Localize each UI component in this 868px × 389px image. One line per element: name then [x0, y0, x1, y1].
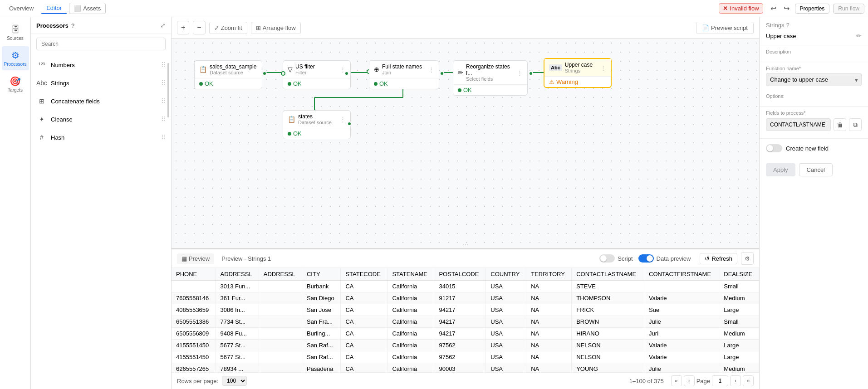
field-select[interactable]: CONTACTLASTNAME CONTACTFIRSTNAME STATENA…: [766, 118, 831, 131]
scroll-bar[interactable]: [167, 63, 169, 117]
page-last-button[interactable]: »: [743, 375, 754, 386]
sidebar-item-sources[interactable]: 🗄 Sources: [2, 21, 29, 44]
connector-reorg-out[interactable]: [529, 71, 533, 76]
create-new-field-row[interactable]: Create new field: [766, 142, 862, 154]
col-statename: STATENAME: [387, 268, 434, 281]
canvas-grid[interactable]: 📋 sales_data_sample Dataset source ⋮ OK: [172, 39, 759, 248]
properties-button[interactable]: Properties: [795, 4, 830, 14]
run-flow-button[interactable]: Run flow: [833, 4, 864, 14]
table-row: 3013 Fun...BurbankCACalifornia34015USANA…: [172, 281, 759, 292]
panel-header: Processors ? ⤢: [31, 17, 171, 34]
preview-tab[interactable]: ▦ Preview: [177, 253, 214, 264]
processor-cleanse[interactable]: ✦ Cleanse ⠿: [31, 110, 171, 128]
node-upper-warning-icon: ⚠: [549, 78, 554, 85]
zoom-fit-button[interactable]: ⤢ Zoom fit: [209, 22, 247, 34]
data-table-wrap[interactable]: PHONE ADDRESSL ADDRESSL CITY STATECODE S…: [172, 268, 759, 372]
sidebar-item-processors[interactable]: ⚙ Processors: [2, 46, 29, 70]
refresh-button[interactable]: ↺ Refresh: [700, 253, 737, 264]
processor-strings[interactable]: Abc Strings ⠿: [31, 74, 171, 92]
function-name-select[interactable]: Change to upper case Change to lower cas…: [766, 73, 862, 86]
processors-icon: ⚙: [11, 50, 20, 61]
strings-drag-icon[interactable]: ⠿: [161, 79, 166, 87]
node-reorg-menu[interactable]: ⋮: [517, 69, 523, 76]
rows-per-page-select[interactable]: 100 50 25: [222, 376, 247, 386]
rp-options-section: Options:: [760, 92, 868, 104]
pagination-info: 1–100 of 375: [629, 378, 664, 384]
tab-overview[interactable]: Overview: [4, 3, 39, 14]
field-delete-button[interactable]: 🗑: [834, 118, 846, 131]
preview-script-button[interactable]: 📄 Preview script: [696, 22, 754, 34]
tab-editor[interactable]: Editor: [41, 3, 67, 14]
pagination: Rows per page: 100 50 25 1–100 of 375 « …: [172, 372, 759, 389]
settings-button[interactable]: ⚙: [741, 252, 754, 265]
undo-button[interactable]: ↩: [769, 3, 778, 14]
sidebar-item-targets[interactable]: 🎯 Targets: [2, 72, 29, 96]
edit-title-icon[interactable]: ✏: [856, 32, 862, 39]
apply-button[interactable]: Apply: [766, 163, 795, 176]
strings-section-label: Strings: [766, 22, 784, 29]
numbers-drag-icon[interactable]: ⠿: [161, 61, 166, 68]
script-toggle[interactable]: Script: [599, 254, 633, 263]
arrange-flow-button[interactable]: ⊞ Arrange flow: [251, 22, 301, 34]
connector-sales-out[interactable]: [262, 71, 267, 76]
table-cell: 4085553659: [172, 304, 216, 316]
node-us-filter[interactable]: ▽ US filter Filter ⋮ OK: [283, 60, 351, 89]
node-states-title: states: [298, 113, 332, 120]
table-cell: Small: [719, 281, 759, 292]
page-input[interactable]: [712, 375, 728, 386]
strings-help-icon[interactable]: ?: [786, 22, 789, 29]
processor-hash[interactable]: # Hash ⠿: [31, 128, 171, 146]
rp-function-name-section: Function name* Change to upper case Chan…: [760, 64, 868, 92]
zoom-out-button[interactable]: −: [193, 21, 205, 34]
node-sales[interactable]: 📋 sales_data_sample Dataset source ⋮ OK: [194, 60, 262, 89]
cancel-button[interactable]: Cancel: [799, 163, 833, 176]
node-sales-status-text: OK: [205, 80, 213, 87]
cleanse-drag-icon[interactable]: ⠿: [161, 116, 166, 123]
node-upper-title: Upper case: [565, 62, 593, 68]
data-preview-toggle-bg[interactable]: [638, 254, 654, 263]
field-copy-button[interactable]: ⧉: [849, 118, 862, 131]
canvas-column: + − ⤢ Zoom fit ⊞ Arrange flow 📄 Preview …: [172, 17, 759, 389]
col-postalcode: POSTALCODE: [434, 268, 486, 281]
page-first-button[interactable]: «: [671, 375, 682, 386]
node-reorganize[interactable]: ✏ Reorganize states f... Select fields ⋮…: [453, 60, 528, 96]
create-new-field-toggle[interactable]: [766, 144, 782, 152]
connector-filter-in[interactable]: [281, 71, 285, 76]
node-states[interactable]: 📋 states Dataset source ⋮ OK: [283, 110, 351, 139]
zoom-in-button[interactable]: +: [177, 21, 189, 34]
processor-concatenate[interactable]: ⊞ Concatenate fields ⠿: [31, 92, 171, 110]
data-preview-toggle[interactable]: Data preview: [638, 254, 691, 263]
page-next-button[interactable]: ›: [730, 375, 741, 386]
node-states-status-dot: [288, 132, 291, 136]
processor-numbers[interactable]: ¹²³ Numbers ⠿: [31, 56, 171, 74]
table-cell: CA: [341, 316, 387, 328]
col-territory: TERRITORY: [526, 268, 572, 281]
script-toggle-bg[interactable]: [599, 254, 615, 263]
table-cell: Medium: [719, 363, 759, 373]
canvas-resize-handle[interactable]: ⋯: [463, 242, 468, 248]
node-join-menu[interactable]: ⋮: [428, 66, 434, 73]
tab-assets[interactable]: ⬜ Assets: [69, 3, 106, 14]
connector-filter-out[interactable]: [344, 71, 349, 76]
node-upper-case[interactable]: Abc Upper case Strings ⋮ ⚠ Warning: [544, 58, 612, 88]
connector-join-out[interactable]: [440, 71, 444, 76]
table-cell: [259, 304, 302, 316]
node-full-state[interactable]: ⊕ Full state names Join ⋮ OK: [369, 60, 439, 89]
processor-search-input[interactable]: [36, 38, 166, 50]
panel-pin-icon[interactable]: ⤢: [160, 22, 166, 29]
arrange-flow-icon: ⊞: [256, 24, 261, 31]
hash-drag-icon[interactable]: ⠿: [161, 134, 166, 141]
page-prev-button[interactable]: ‹: [684, 375, 695, 386]
col-country: COUNTRY: [486, 268, 526, 281]
redo-button[interactable]: ↪: [782, 3, 791, 14]
concatenate-drag-icon[interactable]: ⠿: [161, 97, 166, 105]
node-states-menu[interactable]: ⋮: [340, 116, 346, 123]
table-row: 7605558146361 Fur...San DiegoCACaliforni…: [172, 292, 759, 304]
node-upper-menu[interactable]: ⋮: [600, 64, 606, 71]
zoom-fit-icon: ⤢: [214, 24, 219, 31]
node-upper-status-text: Warning: [556, 78, 578, 85]
connector-states-out[interactable]: [347, 122, 352, 126]
help-icon[interactable]: ?: [71, 22, 75, 29]
data-table: PHONE ADDRESSL ADDRESSL CITY STATECODE S…: [172, 268, 759, 372]
node-reorg-status-dot: [458, 88, 461, 92]
